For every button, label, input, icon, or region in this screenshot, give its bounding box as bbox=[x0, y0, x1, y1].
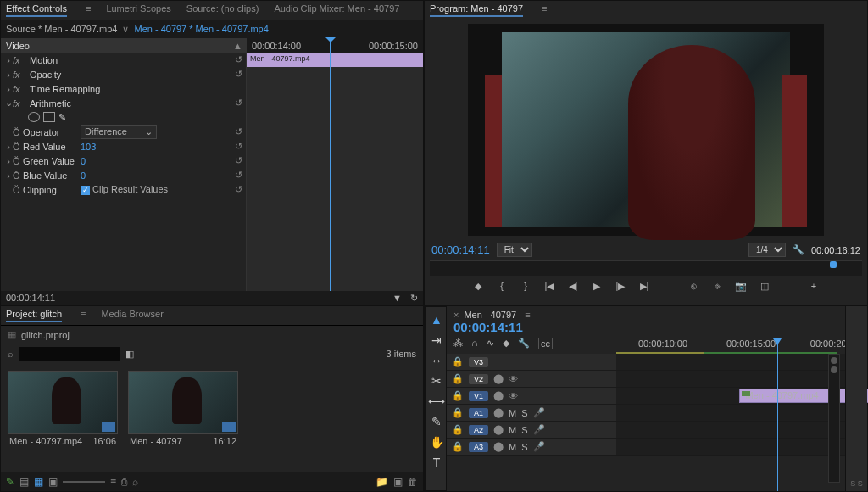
marker-icon[interactable]: ◆ bbox=[503, 338, 509, 349]
twirl-icon[interactable]: › bbox=[4, 142, 13, 152]
solo-button[interactable]: S bbox=[521, 442, 527, 452]
mute-button[interactable]: M bbox=[509, 442, 516, 452]
mark-out-icon[interactable]: } bbox=[518, 281, 533, 292]
lock-icon[interactable]: 🔒 bbox=[452, 390, 464, 401]
sort-icon[interactable]: ≡ bbox=[110, 476, 116, 488]
timeline-playhead[interactable] bbox=[777, 338, 778, 491]
stopwatch-icon[interactable]: Ŏ bbox=[13, 156, 21, 166]
track-label[interactable]: V1 bbox=[469, 391, 488, 401]
loop-icon[interactable]: ↻ bbox=[410, 293, 418, 303]
program-timecode[interactable]: 00:00:14:11 bbox=[431, 243, 490, 256]
fx-badge-icon[interactable]: fx bbox=[13, 55, 28, 65]
clip-thumbnail[interactable] bbox=[8, 371, 118, 434]
reset-icon[interactable]: ↺ bbox=[225, 54, 242, 65]
lock-icon[interactable]: 🔒 bbox=[452, 373, 464, 384]
tab-program[interactable]: Program: Men - 40797 bbox=[430, 3, 523, 17]
mute-button[interactable]: M bbox=[509, 408, 516, 418]
twirl-icon[interactable]: › bbox=[4, 55, 13, 65]
record-icon[interactable]: ⬤ bbox=[493, 424, 504, 435]
fit-dropdown[interactable]: Fit bbox=[497, 243, 532, 257]
button-editor-plus-icon[interactable]: + bbox=[806, 281, 821, 292]
voiceover-icon[interactable]: 🎤 bbox=[533, 424, 545, 435]
slip-tool-icon[interactable]: ⟷ bbox=[429, 394, 444, 409]
add-marker-icon[interactable]: ◆ bbox=[470, 281, 486, 292]
hand-tool-icon[interactable]: ✋ bbox=[429, 434, 444, 450]
track-lane[interactable]: Men - 40797.mp4 Men bbox=[616, 388, 845, 404]
operator-dropdown[interactable]: Difference⌄ bbox=[81, 125, 157, 139]
project-search-input[interactable] bbox=[19, 347, 120, 361]
sequence-tab[interactable]: Men - 40797 bbox=[464, 310, 516, 320]
tab-media-browser[interactable]: Media Browser bbox=[101, 309, 163, 322]
sequence-thumbnail[interactable] bbox=[128, 371, 238, 434]
twirl-icon[interactable]: › bbox=[4, 70, 13, 80]
stopwatch-icon[interactable]: Ŏ bbox=[13, 127, 21, 137]
track-label[interactable]: V2 bbox=[469, 374, 488, 384]
stopwatch-icon[interactable]: Ŏ bbox=[13, 185, 21, 195]
ellipse-mask-icon[interactable] bbox=[28, 112, 40, 122]
tab-audio-mixer[interactable]: Audio Clip Mixer: Men - 40797 bbox=[274, 3, 399, 17]
voiceover-icon[interactable]: 🎤 bbox=[533, 407, 545, 418]
nest-toggle-icon[interactable]: ⁂ bbox=[453, 338, 463, 349]
timeline-timecode[interactable]: 00:00:14:11 bbox=[453, 320, 838, 334]
timeline-vscroll[interactable] bbox=[828, 354, 840, 483]
rect-mask-icon[interactable] bbox=[43, 112, 55, 122]
track-select-tool-icon[interactable]: ⇥ bbox=[429, 333, 444, 348]
bin-item[interactable]: Men - 40797.mp416:06 bbox=[8, 371, 118, 448]
solo-button[interactable]: S bbox=[521, 425, 527, 435]
razor-tool-icon[interactable]: ✂ bbox=[429, 373, 444, 389]
track-lane[interactable]: Me bbox=[616, 371, 845, 387]
program-scrubber[interactable] bbox=[430, 260, 862, 276]
reset-icon[interactable]: ↺ bbox=[225, 184, 242, 195]
ec-current-time[interactable]: 00:00:14:11 bbox=[6, 293, 55, 303]
reset-icon[interactable]: ↺ bbox=[225, 98, 242, 109]
twirl-icon[interactable]: › bbox=[4, 84, 13, 94]
lock-icon[interactable]: 🔒 bbox=[452, 441, 464, 452]
bin-icon[interactable]: ▦ bbox=[8, 329, 16, 340]
stopwatch-icon[interactable]: Ŏ bbox=[13, 171, 21, 181]
clip-result-checkbox[interactable]: Clip Result Values bbox=[81, 184, 168, 195]
eye-icon[interactable]: 👁 bbox=[509, 374, 518, 384]
ec-clip-bar[interactable]: Men - 40797.mp4 bbox=[247, 53, 423, 67]
freeform-view-icon[interactable]: ▣ bbox=[48, 476, 58, 488]
new-bin-icon[interactable]: 📁 bbox=[376, 476, 388, 488]
wrench-icon[interactable]: 🔧 bbox=[793, 244, 804, 255]
zoom-slider[interactable] bbox=[63, 481, 105, 483]
lock-icon[interactable]: 🔒 bbox=[452, 407, 464, 418]
tab-lumetri-scopes[interactable]: Lumetri Scopes bbox=[106, 3, 170, 17]
lock-icon[interactable]: 🔒 bbox=[452, 356, 464, 367]
voiceover-icon[interactable]: 🎤 bbox=[533, 441, 545, 452]
lock-icon[interactable]: 🔒 bbox=[452, 424, 464, 435]
track-lane[interactable] bbox=[616, 354, 845, 370]
tab-effect-controls[interactable]: Effect Controls bbox=[6, 3, 67, 17]
panel-menu-icon[interactable]: ≡ bbox=[525, 310, 530, 320]
trash-icon[interactable]: 🗑 bbox=[408, 476, 418, 488]
step-back-icon[interactable]: ◀| bbox=[565, 281, 581, 292]
settings-icon[interactable]: 🔧 bbox=[518, 338, 530, 349]
linked-selection-icon[interactable]: ∿ bbox=[487, 338, 494, 349]
icon-view-icon[interactable]: ▦ bbox=[34, 476, 43, 488]
fx-badge-icon[interactable]: fx bbox=[13, 98, 28, 109]
reset-icon[interactable]: ↺ bbox=[225, 126, 242, 137]
write-toggle-icon[interactable]: ✎ bbox=[6, 476, 14, 488]
reset-icon[interactable]: ↺ bbox=[225, 170, 242, 181]
ripple-edit-tool-icon[interactable]: ↔ bbox=[429, 353, 444, 368]
ec-playhead[interactable] bbox=[330, 38, 331, 291]
effect-motion[interactable]: › fx Motion ↺ bbox=[1, 53, 246, 67]
record-icon[interactable]: ⬤ bbox=[493, 441, 504, 452]
export-frame-icon[interactable]: 📷 bbox=[733, 281, 748, 292]
toggle-timeline-icon[interactable]: ▲ bbox=[233, 41, 242, 51]
twirl-down-icon[interactable]: ⌄ bbox=[4, 98, 13, 109]
panel-menu-icon[interactable]: ≡ bbox=[542, 3, 547, 17]
panel-menu-icon[interactable]: ≡ bbox=[81, 309, 86, 322]
pen-mask-icon[interactable]: ✎ bbox=[58, 112, 66, 123]
bin-item[interactable]: Men - 4079716:12 bbox=[128, 371, 238, 448]
stopwatch-icon[interactable]: Ŏ bbox=[13, 142, 21, 152]
find-icon[interactable]: ⌕ bbox=[132, 476, 138, 488]
record-icon[interactable]: ⬤ bbox=[493, 407, 504, 418]
clip-name-label[interactable]: Men - 40797.mp4 bbox=[9, 436, 82, 446]
go-to-out-icon[interactable]: ▶| bbox=[637, 281, 652, 292]
fx-badge-icon[interactable]: fx bbox=[13, 70, 28, 80]
effect-arithmetic[interactable]: ⌄ fx Arithmetic ↺ bbox=[1, 96, 246, 110]
play-icon[interactable]: ▶ bbox=[589, 281, 604, 292]
caption-icon[interactable]: cc bbox=[538, 338, 553, 349]
